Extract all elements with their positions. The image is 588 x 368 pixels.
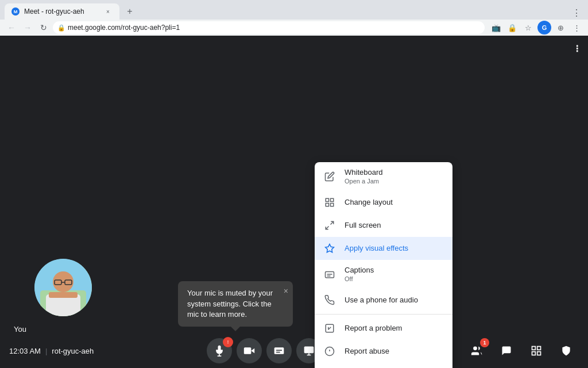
svg-rect-46 [532,347,536,350]
separator: | [45,347,47,355]
new-tab-button[interactable]: + [122,3,138,20]
menu-item-change-layout[interactable]: Change layout [315,191,452,214]
bookmark-icon[interactable]: ☆ [521,21,535,34]
svg-rect-10 [326,204,328,206]
svg-marker-30 [251,348,254,353]
user-avatar [34,259,92,316]
chat-icon [501,345,512,356]
menu-item-report-abuse[interactable]: Report abuse [315,340,452,363]
menu-item-visual-effects[interactable]: Apply visual effects [315,237,452,260]
tab-bar: M Meet - rot-gyuc-aeh × + ⋮ [0,0,588,20]
chat-button[interactable] [494,338,519,363]
user-name-label: You [14,325,26,334]
lock-icon: 🔒 [57,24,65,32]
user-tile [0,241,126,334]
tab-favicon: M [11,7,20,16]
svg-rect-9 [331,198,334,201]
mic-muted-badge: ! [223,337,233,347]
phone-audio-text: Use a phone for audio [345,296,443,305]
svg-rect-31 [244,347,252,354]
mic-button[interactable]: ! [207,338,232,363]
refresh-button[interactable]: ↻ [37,21,51,34]
report-abuse-icon [324,346,335,357]
security-icon [560,345,572,356]
top-right-indicator: ⁝ [575,43,579,55]
menu-item-captions[interactable]: Captions Off [315,260,452,289]
menu-item-phone-audio[interactable]: Use a phone for audio [315,289,452,312]
svg-rect-11 [331,204,334,206]
activities-icon [531,345,542,356]
report-abuse-text: Report abuse [345,347,443,356]
mic-icon [214,345,225,356]
camera-button[interactable] [237,338,262,363]
toast-message: Your mic is muted by your system setting… [187,289,273,318]
time-display: 12:03 AM | rot-gyuc-aeh [9,347,94,355]
visual-effects-text: Apply visual effects [345,244,443,254]
svg-point-2 [53,271,74,292]
menu-item-fullscreen[interactable]: Full screen [315,214,452,237]
present-icon [303,345,315,356]
menu-item-report-problem[interactable]: Report a problem [315,317,452,340]
participants-icon [471,345,482,356]
captions-ctrl-icon [273,345,285,356]
svg-line-13 [326,227,328,229]
context-menu: Whiteboard Open a Jam Change layout [315,162,452,368]
svg-rect-4 [49,292,78,298]
address-bar[interactable]: 🔒 meet.google.com/rot-gyuc-aeh?pli=1 [53,21,485,34]
avatar-image [34,259,92,316]
cast-icon[interactable]: 📺 [489,21,503,34]
toast-arrow [231,327,240,331]
fullscreen-text: Full screen [345,221,443,231]
toast-notification: × Your mic is muted by your system setti… [178,281,293,327]
download-icon[interactable]: 🔒 [505,21,519,34]
browser-settings-icon[interactable]: ⋮ [570,21,583,34]
url-text: meet.google.com/rot-gyuc-aeh?pli=1 [68,24,180,32]
svg-line-12 [331,221,334,224]
meet-main: ⁝ You [0,36,588,368]
menu-divider [315,314,452,315]
profile-avatar[interactable]: G [537,21,551,34]
toast-close-button[interactable]: × [284,286,288,297]
time-text: 12:03 AM [9,347,41,355]
back-button[interactable]: ← [5,21,18,34]
bottom-toolbar: 12:03 AM | rot-gyuc-aeh ! [0,334,588,368]
meeting-code: rot-gyuc-aeh [52,347,94,355]
participants-button[interactable]: 1 [464,338,489,363]
report-problem-text: Report a problem [345,324,443,334]
browser-menu-button[interactable]: ⋮ [570,6,583,20]
toolbar-right: 📺 🔒 ☆ G ⊕ ⋮ [489,21,583,34]
browser-chrome: M Meet - rot-gyuc-aeh × + ⋮ ← → ↻ 🔒 meet… [0,0,588,36]
activities-button[interactable] [524,338,549,363]
phone-icon [324,294,335,306]
active-tab[interactable]: M Meet - rot-gyuc-aeh × [5,3,119,20]
whiteboard-text: Whiteboard Open a Jam [345,168,443,185]
extensions-icon[interactable]: ⊕ [554,21,567,34]
svg-marker-14 [326,244,334,252]
whiteboard-icon [324,171,335,182]
svg-rect-49 [537,352,541,355]
menu-item-troubleshooting[interactable]: Troubleshooting & help [315,363,452,368]
visual-effects-icon [324,243,335,254]
captions-button[interactable] [266,338,292,363]
svg-point-45 [473,347,477,351]
report-problem-icon [324,323,335,334]
captions-text: Captions Off [345,266,443,283]
fullscreen-icon [324,220,335,231]
svg-rect-48 [532,352,536,355]
participants-badge: 1 [480,338,489,347]
svg-rect-8 [326,198,328,201]
bottom-right-controls: 1 [434,338,579,363]
layout-icon [324,197,335,208]
address-toolbar: ← → ↻ 🔒 meet.google.com/rot-gyuc-aeh?pli… [0,20,588,36]
forward-button[interactable]: → [21,21,34,34]
menu-item-whiteboard[interactable]: Whiteboard Open a Jam [315,162,452,191]
layout-text: Change layout [345,198,443,208]
captions-icon [324,269,335,280]
tab-title: Meet - rot-gyuc-aeh [24,7,84,16]
security-button[interactable] [554,338,579,363]
tab-close-button[interactable]: × [103,7,113,16]
svg-rect-47 [537,347,541,350]
camera-icon [243,345,255,356]
